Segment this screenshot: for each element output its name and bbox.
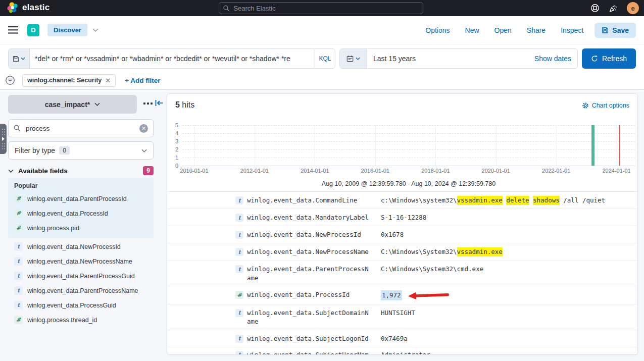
field-name: winlog.event_data.NewProcessId bbox=[27, 243, 121, 250]
collapse-sidebar-icon[interactable] bbox=[155, 99, 163, 107]
gridline-y bbox=[182, 125, 635, 126]
sidebar-expand-handle[interactable] bbox=[0, 124, 7, 154]
doc-field-row[interactable]: twinlog.event_data.SubjectLogonId0x7469a bbox=[167, 330, 638, 347]
y-axis-tick-label: 5 bbox=[175, 122, 178, 128]
gridline-x bbox=[556, 125, 557, 166]
histogram-bar[interactable] bbox=[591, 125, 595, 166]
available-fields-count-badge: 9 bbox=[143, 166, 154, 175]
top-menu-item-options[interactable]: Options bbox=[425, 26, 450, 34]
hits-value: 5 bbox=[175, 100, 180, 109]
search-icon bbox=[14, 125, 21, 132]
doc-field-row[interactable]: twinlog.event_data.NewProcessId0x1678 bbox=[167, 226, 638, 243]
field-list-item[interactable]: #winlog.process.thread_id bbox=[8, 313, 154, 327]
elastic-home-link[interactable]: elastic bbox=[7, 2, 49, 13]
discover-content: case_impact* ✕ Filter by type 0 bbox=[0, 90, 644, 361]
show-dates-button[interactable]: Show dates bbox=[534, 49, 577, 68]
query-input[interactable] bbox=[30, 49, 315, 68]
refresh-button[interactable]: Refresh bbox=[582, 48, 636, 69]
available-fields-list: twinlog.event_data.NewProcessIdtwinlog.e… bbox=[8, 239, 154, 327]
query-language-button[interactable]: KQL bbox=[315, 49, 335, 68]
field-list-item[interactable]: #winlog.process.pid bbox=[8, 221, 154, 235]
time-range-value[interactable]: Last 15 years bbox=[367, 49, 534, 68]
expand-arrow-icon bbox=[2, 137, 5, 141]
doc-field-row[interactable]: twinlog.event_data.SubjectDomainNameHUNT… bbox=[167, 304, 638, 330]
newsfeed-icon[interactable] bbox=[609, 4, 618, 13]
top-menu-item-inspect[interactable]: Inspect bbox=[561, 26, 583, 34]
doc-field-row[interactable]: twinlog.event_data.ParentProcessNameC:\W… bbox=[167, 261, 638, 286]
clear-search-icon[interactable]: ✕ bbox=[139, 124, 148, 133]
available-fields-header[interactable]: Available fields 9 bbox=[8, 166, 154, 176]
breadcrumb[interactable]: Discover bbox=[47, 24, 87, 36]
doc-field-row[interactable]: twinlog.event_data.NewProcessNameC:\Wind… bbox=[167, 243, 638, 261]
help-icon[interactable] bbox=[590, 4, 600, 13]
brand-name: elastic bbox=[22, 3, 49, 13]
document-fields-table: twinlog.event_data.CommandLinec:\Windows… bbox=[167, 191, 638, 355]
field-list-item[interactable]: twinlog.event_data.NewProcessId bbox=[8, 239, 154, 254]
field-list-item[interactable]: twinlog.event_data.ParentProcessName bbox=[8, 283, 154, 298]
save-button[interactable]: Save bbox=[595, 23, 636, 38]
doc-field-name: winlog.event_data.ParentProcessName bbox=[247, 265, 370, 282]
saved-query-icon bbox=[13, 56, 19, 62]
doc-field-name: winlog.event_data.SubjectDomainName bbox=[247, 308, 370, 326]
filter-by-type-select[interactable]: Filter by type 0 bbox=[8, 141, 154, 160]
breadcrumb-chevron-icon[interactable] bbox=[92, 28, 98, 32]
number-field-icon: # bbox=[14, 316, 23, 324]
top-menu-item-new[interactable]: New bbox=[465, 26, 479, 34]
top-menu-item-share[interactable]: Share bbox=[527, 26, 546, 34]
add-filter-button[interactable]: + Add filter bbox=[125, 77, 160, 84]
menu-icon[interactable] bbox=[8, 26, 18, 34]
number-field-icon: # bbox=[235, 291, 243, 299]
chart-options-button[interactable]: Chart options bbox=[582, 102, 629, 109]
drag-dots-icon bbox=[2, 142, 5, 149]
field-list-item[interactable]: #winlog.event_data.ParentProcessId bbox=[8, 191, 154, 206]
field-search[interactable]: ✕ bbox=[8, 119, 154, 137]
doc-field-row[interactable]: twinlog.event_data.MandatoryLabelS-1-16-… bbox=[167, 209, 638, 226]
time-range-caption: Aug 10, 2009 @ 12:39:59.780 - Aug 10, 20… bbox=[182, 180, 635, 187]
field-list-item[interactable]: twinlog.event_data.NewProcessName bbox=[8, 254, 154, 269]
gridline-y bbox=[182, 158, 635, 158]
highlighted-term: vssadmin.exe bbox=[457, 247, 503, 256]
top-menu-item-open[interactable]: Open bbox=[494, 26, 512, 34]
x-axis-tick-label: 2016-01-01 bbox=[361, 168, 389, 174]
query-bar: KQL bbox=[8, 48, 335, 69]
gridline-x bbox=[375, 125, 376, 166]
field-list-item[interactable]: twinlog.event_data.ParentProcessGuid bbox=[8, 269, 154, 283]
filter-by-type-label: Filter by type bbox=[15, 146, 55, 154]
elastic-logo-icon bbox=[7, 2, 18, 13]
saved-query-menu-button[interactable] bbox=[9, 49, 30, 68]
doc-field-name: winlog.event_data.NewProcessId bbox=[247, 230, 370, 239]
field-settings-icon[interactable] bbox=[143, 102, 153, 105]
histogram-chart: 012345 bbox=[167, 125, 635, 166]
field-list-item[interactable]: twinlog.event_data.ProcessGuid bbox=[8, 298, 154, 313]
gridline-y bbox=[182, 149, 635, 150]
global-search[interactable] bbox=[219, 2, 423, 14]
doc-field-value: Administrator bbox=[381, 350, 430, 355]
string-field-icon: t bbox=[235, 214, 243, 222]
highlighted-term: shadows bbox=[533, 196, 560, 205]
filter-pill[interactable]: winlog.channel: Security ✕ bbox=[22, 74, 116, 87]
chart-plot-area[interactable] bbox=[182, 125, 635, 166]
field-list-item[interactable]: #winlog.event_data.ProcessId bbox=[8, 206, 154, 221]
global-search-input[interactable] bbox=[232, 4, 419, 13]
date-quick-menu-button[interactable] bbox=[340, 49, 367, 68]
doc-field-row[interactable]: twinlog.event_data.CommandLinec:\Windows… bbox=[167, 192, 638, 209]
chevron-down-icon bbox=[21, 57, 25, 60]
remove-filter-icon[interactable]: ✕ bbox=[105, 77, 111, 84]
field-search-input[interactable] bbox=[25, 124, 135, 133]
doc-field-row[interactable]: twinlog.event_data.SubjectUserNameAdmini… bbox=[167, 347, 638, 355]
user-avatar[interactable]: e bbox=[627, 2, 639, 14]
doc-field-value: 0x1678 bbox=[381, 230, 404, 239]
query-section: KQL Last 15 years Show dates bbox=[0, 44, 644, 90]
field-name: winlog.event_data.ProcessId bbox=[27, 210, 108, 217]
index-pattern-selector[interactable]: case_impact* bbox=[8, 95, 137, 114]
x-axis-tick-label: 2014-01-01 bbox=[301, 168, 329, 174]
doc-field-value: C:\Windows\System32\cmd.exe bbox=[381, 265, 483, 274]
calendar-icon bbox=[346, 55, 354, 62]
doc-field-name: winlog.event_data.SubjectUserName bbox=[247, 350, 370, 355]
filter-menu-icon[interactable] bbox=[5, 75, 15, 85]
doc-field-row[interactable]: #winlog.event_data.ProcessId1,972 bbox=[167, 286, 638, 304]
doc-field-value: C:\Windows\System32\vssadmin.exe bbox=[381, 247, 503, 256]
field-name: winlog.event_data.ParentProcessId bbox=[27, 195, 127, 202]
gridline-x bbox=[496, 125, 497, 166]
x-axis-tick-label: 2020-01-01 bbox=[482, 168, 510, 174]
